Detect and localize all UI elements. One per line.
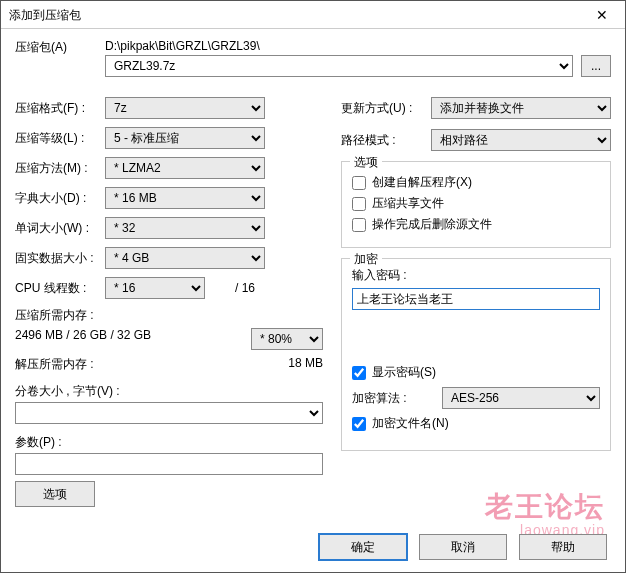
format-label: 压缩格式(F) : (15, 100, 105, 117)
sfx-row[interactable]: 创建自解压程序(X) (352, 174, 600, 191)
encnames-label: 加密文件名(N) (372, 415, 449, 432)
delete-row[interactable]: 操作完成后删除源文件 (352, 216, 600, 233)
cpu-label: CPU 线程数 : (15, 280, 105, 297)
method-select[interactable]: * LZMA2 (105, 157, 265, 179)
close-icon[interactable]: ✕ (587, 1, 617, 29)
word-label: 单词大小(W) : (15, 220, 105, 237)
delete-checkbox[interactable] (352, 218, 366, 232)
share-row[interactable]: 压缩共享文件 (352, 195, 600, 212)
encryption-fieldset: 加密 输入密码 : 显示密码(S) 加密算法 : AES-256 (341, 258, 611, 451)
dialog-body: 压缩包(A) D:\pikpak\Bit\GRZL\GRZL39\ GRZL39… (1, 29, 625, 507)
showpw-row[interactable]: 显示密码(S) (352, 364, 600, 381)
algo-select[interactable]: AES-256 (442, 387, 600, 409)
password-label: 输入密码 : (352, 267, 600, 284)
cancel-button[interactable]: 取消 (419, 534, 507, 560)
dialog-window: 添加到压缩包 ✕ 压缩包(A) D:\pikpak\Bit\GRZL\GRZL3… (0, 0, 626, 573)
help-button[interactable]: 帮助 (519, 534, 607, 560)
cpu-total: / 16 (215, 281, 255, 295)
update-select[interactable]: 添加并替换文件 (431, 97, 611, 119)
footer-buttons: 确定 取消 帮助 (319, 534, 607, 560)
password-input[interactable] (352, 288, 600, 310)
sfx-checkbox[interactable] (352, 176, 366, 190)
word-select[interactable]: * 32 (105, 217, 265, 239)
options-fieldset: 选项 创建自解压程序(X) 压缩共享文件 操作完成后删除源文件 (341, 161, 611, 248)
params-input[interactable] (15, 453, 323, 475)
right-column: 更新方式(U) : 添加并替换文件 路径模式 : 相对路径 选项 创建自解压 (341, 97, 611, 507)
window-title: 添加到压缩包 (9, 1, 81, 29)
encryption-legend: 加密 (350, 251, 382, 268)
archive-label: 压缩包(A) (15, 39, 105, 56)
level-label: 压缩等级(L) : (15, 130, 105, 147)
ok-button[interactable]: 确定 (319, 534, 407, 560)
showpw-checkbox[interactable] (352, 366, 366, 380)
update-label: 更新方式(U) : (341, 100, 431, 117)
titlebar: 添加到压缩包 ✕ (1, 1, 625, 29)
mem-decompress-value: 18 MB (288, 356, 323, 373)
split-select[interactable] (15, 402, 323, 424)
pathmode-label: 路径模式 : (341, 132, 431, 149)
split-label: 分卷大小 , 字节(V) : (15, 383, 323, 400)
encnames-row[interactable]: 加密文件名(N) (352, 415, 600, 432)
level-select[interactable]: 5 - 标准压缩 (105, 127, 265, 149)
format-select[interactable]: 7z (105, 97, 265, 119)
mem-compress-label: 压缩所需内存 : (15, 307, 323, 324)
algo-label: 加密算法 : (352, 390, 442, 407)
cpu-select[interactable]: * 16 (105, 277, 205, 299)
archive-path: D:\pikpak\Bit\GRZL\GRZL39\ (105, 39, 611, 53)
mem-compress-value: 2496 MB / 26 GB / 32 GB (15, 328, 151, 350)
share-label: 压缩共享文件 (372, 195, 444, 212)
method-label: 压缩方法(M) : (15, 160, 105, 177)
showpw-label: 显示密码(S) (372, 364, 436, 381)
archive-name-select[interactable]: GRZL39.7z (105, 55, 573, 77)
mem-pct-select[interactable]: * 80% (251, 328, 323, 350)
left-column: 压缩格式(F) : 7z 压缩等级(L) : 5 - 标准压缩 压缩方法(M) … (15, 97, 323, 507)
solid-select[interactable]: * 4 GB (105, 247, 265, 269)
browse-button[interactable]: ... (581, 55, 611, 77)
encnames-checkbox[interactable] (352, 417, 366, 431)
pathmode-select[interactable]: 相对路径 (431, 129, 611, 151)
mem-decompress-label: 解压所需内存 : (15, 356, 94, 373)
solid-label: 固实数据大小 : (15, 250, 105, 267)
dict-select[interactable]: * 16 MB (105, 187, 265, 209)
delete-label: 操作完成后删除源文件 (372, 216, 492, 233)
share-checkbox[interactable] (352, 197, 366, 211)
params-label: 参数(P) : (15, 434, 323, 451)
sfx-label: 创建自解压程序(X) (372, 174, 472, 191)
options-button[interactable]: 选项 (15, 481, 95, 507)
dict-label: 字典大小(D) : (15, 190, 105, 207)
options-legend: 选项 (350, 154, 382, 171)
